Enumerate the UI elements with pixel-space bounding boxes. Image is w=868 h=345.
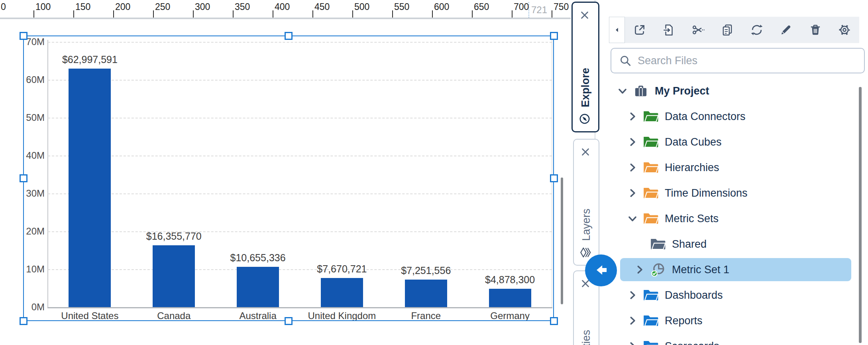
- ruler-tick: [113, 10, 114, 18]
- tree-item-label: Hierarchies: [665, 162, 719, 174]
- chevron-right-icon[interactable]: [633, 263, 646, 276]
- copy-button[interactable]: [713, 17, 742, 43]
- selection-handle[interactable]: [550, 174, 558, 182]
- settings-icon: [838, 23, 851, 37]
- chevron-right-icon[interactable]: [626, 110, 639, 123]
- collapse-toolbar-button[interactable]: [609, 17, 625, 43]
- tab-explore-label: Explore: [579, 68, 592, 107]
- ruler-tick: [73, 10, 74, 18]
- tree-item-time-dimensions[interactable]: Time Dimensions: [595, 180, 868, 206]
- tree-item-my-project[interactable]: My Project: [595, 78, 868, 104]
- ruler-tick-label: 200: [115, 2, 130, 12]
- tree-item-label: Dashboards: [665, 289, 723, 302]
- search-icon: [619, 54, 632, 67]
- ruler-tick-label: 700: [514, 2, 529, 12]
- refresh-icon: [750, 23, 764, 37]
- folder-icon: [642, 160, 659, 175]
- selection-handle[interactable]: [20, 32, 27, 40]
- ruler-tick: [512, 10, 513, 18]
- chevron-right-icon[interactable]: [626, 314, 639, 327]
- open-external-icon: [633, 23, 646, 37]
- ruler-tick: [33, 10, 34, 18]
- tree-item-label: Metric Sets: [665, 213, 719, 225]
- ruler-tick: [153, 10, 154, 18]
- chevron-right-icon[interactable]: [626, 339, 639, 345]
- ruler-tick: [392, 10, 393, 18]
- file-toolbar: [609, 17, 859, 43]
- selection-handle[interactable]: [285, 32, 293, 40]
- ruler-tick-label: 150: [75, 2, 90, 12]
- delete-button[interactable]: [801, 17, 830, 43]
- horizontal-ruler: 0 10015020025030035040045050055060065070…: [0, 0, 571, 19]
- export-file-button[interactable]: [654, 17, 684, 43]
- settings-button[interactable]: [830, 17, 860, 43]
- ruler-tick: [352, 10, 353, 18]
- ruler-cursor-line: [528, 2, 529, 18]
- arrow-left-icon: [592, 261, 610, 280]
- tab-layers-label: Layers: [580, 209, 593, 241]
- layers-icon: [579, 246, 593, 258]
- close-icon[interactable]: [579, 9, 592, 21]
- collapse-panel-button[interactable]: [585, 254, 617, 286]
- folder-icon: [642, 339, 659, 345]
- tab-explore[interactable]: Explore: [571, 2, 599, 132]
- search-input[interactable]: [637, 54, 858, 67]
- edit-icon: [779, 23, 793, 37]
- selection-handle[interactable]: [20, 317, 27, 325]
- selection-handle[interactable]: [550, 32, 558, 40]
- ruler-tick-label: 650: [474, 2, 489, 12]
- selection-handle[interactable]: [20, 174, 27, 182]
- tree-item-dashboards[interactable]: Dashboards: [595, 282, 868, 308]
- tree-item-data-connectors[interactable]: Data Connectors: [595, 104, 868, 129]
- tree-vertical-scrollbar[interactable]: [859, 87, 862, 343]
- folder-icon: [642, 185, 659, 201]
- chart-selection-frame[interactable]: [23, 35, 554, 321]
- refresh-button[interactable]: [742, 17, 772, 43]
- tree-item-metric-set-1[interactable]: Metric Set 1: [595, 257, 868, 282]
- tree-item-data-cubes[interactable]: Data Cubes: [595, 129, 868, 155]
- folder-icon: [642, 134, 659, 150]
- metric-set-icon: [650, 262, 666, 277]
- design-canvas: 0 10015020025030035040045050055060065070…: [0, 0, 571, 345]
- ruler-cursor-label: 721: [531, 4, 547, 16]
- search-box: [611, 48, 865, 73]
- edit-button[interactable]: [772, 17, 801, 43]
- tree-item-metric-sets[interactable]: Metric Sets: [595, 206, 868, 231]
- ruler-tick: [193, 10, 194, 18]
- chevron-right-icon[interactable]: [626, 135, 639, 149]
- close-icon[interactable]: [579, 146, 593, 158]
- ruler-tick: [233, 10, 234, 18]
- tree-item-shared[interactable]: Shared: [595, 231, 868, 257]
- tree-item-hierarchies[interactable]: Hierarchies: [595, 155, 868, 180]
- canvas-vertical-scrollbar[interactable]: [561, 177, 563, 304]
- ruler-tick: [472, 10, 473, 18]
- ruler-edge-label: 0: [1, 2, 6, 12]
- tree-item-label: Shared: [672, 238, 707, 250]
- ruler-tick: [552, 10, 552, 18]
- tree-item-label: My Project: [655, 85, 709, 97]
- tree-item-reports[interactable]: Reports: [595, 308, 868, 333]
- chevron-right-icon[interactable]: [626, 186, 639, 200]
- cut-button[interactable]: [683, 17, 713, 43]
- ruler-tick-label: 550: [394, 2, 409, 12]
- export-file-icon: [662, 23, 676, 37]
- ruler-tick: [312, 10, 313, 18]
- cut-icon: [691, 23, 705, 37]
- open-external-button[interactable]: [625, 17, 654, 43]
- chevron-down-icon[interactable]: [626, 212, 639, 225]
- ruler-tick-label: 100: [35, 2, 51, 12]
- selection-handle[interactable]: [550, 317, 558, 325]
- delete-icon: [809, 23, 822, 37]
- chevron-down-icon[interactable]: [616, 84, 629, 98]
- folder-icon: [650, 237, 666, 252]
- ruler-tick-label: 300: [195, 2, 210, 12]
- chevron-right-icon[interactable]: [626, 161, 639, 174]
- tree-item-label: Reports: [665, 315, 703, 327]
- tab-properties-label: Properties: [580, 330, 593, 345]
- tab-layers[interactable]: Layers: [573, 139, 599, 266]
- project-file-tree: My ProjectData ConnectorsData CubesHiera…: [595, 78, 868, 345]
- tree-item-scorecards[interactable]: Scorecards: [595, 333, 868, 345]
- chevron-right-icon[interactable]: [626, 288, 639, 302]
- selection-handle[interactable]: [285, 317, 293, 325]
- ruler-tick-label: 250: [155, 2, 170, 12]
